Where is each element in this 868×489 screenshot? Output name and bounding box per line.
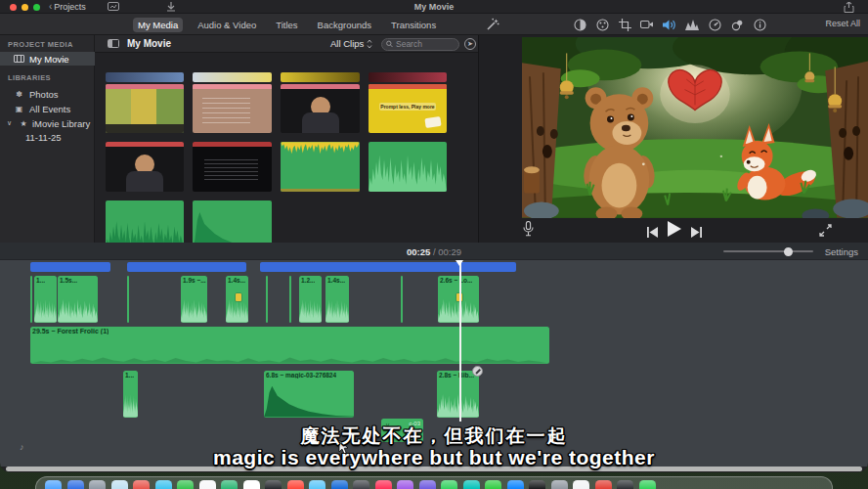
video-clip-thumbnail[interactable] (193, 84, 272, 133)
dock-icon[interactable] (111, 480, 128, 489)
reset-all-button[interactable]: Reset All (825, 19, 860, 28)
dock-icon[interactable] (551, 480, 568, 489)
muted-badge-icon[interactable] (472, 366, 483, 377)
stabilization-icon[interactable] (640, 18, 654, 31)
tab-backgrounds[interactable]: Backgrounds (313, 18, 376, 32)
audio-clip[interactable]: 2.6s ~ Lo... (438, 276, 479, 323)
content-nav-arrow-icon[interactable]: ➤ (464, 38, 476, 50)
dock-icon[interactable] (397, 480, 413, 489)
promo-thumbnail-text: Prompt less, Play more (379, 103, 436, 111)
browser-title: My Movie (127, 38, 171, 49)
dock-icon[interactable] (529, 480, 545, 489)
preview-video-frame[interactable] (522, 37, 868, 218)
sidebar-item-all-events[interactable]: ▣ All Events (0, 102, 95, 115)
audio-clip-thumbnail[interactable] (106, 200, 184, 243)
sound-effect-clip[interactable]: 2.8s ~ Bib... (437, 371, 479, 418)
slider-thumb[interactable] (784, 247, 793, 256)
dock-icon[interactable] (375, 480, 392, 489)
dock-icon[interactable] (243, 480, 260, 489)
clip-thumbnail-partial[interactable] (193, 72, 272, 82)
search-input[interactable] (396, 39, 455, 49)
dock-icon[interactable] (573, 480, 589, 489)
dock-icon[interactable] (67, 480, 84, 489)
sidebar-toggle-icon[interactable] (108, 39, 119, 48)
dock-icon[interactable] (463, 480, 480, 489)
noise-reduction-icon[interactable] (685, 18, 699, 31)
background-music-clip[interactable]: 29.5s ~ Forest Frolic (1) (30, 327, 549, 364)
audio-clip[interactable]: 1... (34, 276, 57, 323)
color-palette-icon[interactable] (595, 18, 609, 31)
audio-clip[interactable]: 1.9s ~... (181, 276, 207, 323)
sidebar-item-photos[interactable]: ✽ Photos (0, 87, 95, 101)
dock-icon[interactable] (595, 480, 612, 489)
dock-icon[interactable] (419, 480, 436, 489)
effects-icon[interactable] (730, 18, 744, 31)
chevron-down-icon[interactable]: ∨ (4, 119, 15, 127)
audio-clip[interactable]: 1.2... (299, 276, 322, 323)
timeline-zoom-slider[interactable] (723, 250, 813, 252)
dock-icon[interactable] (287, 480, 304, 489)
tab-titles[interactable]: Titles (271, 18, 302, 32)
title-bar-clip[interactable] (260, 262, 516, 272)
sidebar-item-event-11-11-25[interactable]: 11-11-25 (0, 130, 95, 144)
sound-effect-clip[interactable]: 1... (123, 371, 138, 418)
tab-audio-video[interactable]: Audio & Video (193, 18, 261, 32)
tab-my-media[interactable]: My Media (133, 18, 183, 32)
dock-icon[interactable] (353, 480, 369, 489)
title-bar-clip[interactable] (127, 262, 246, 272)
tab-transitions[interactable]: Transitions (386, 18, 441, 32)
dock-icon[interactable] (133, 480, 150, 489)
dock-icon[interactable] (177, 480, 194, 489)
audio-clip[interactable]: 1.4s... (326, 276, 349, 323)
dock-icon[interactable] (617, 480, 633, 489)
audio-clip[interactable]: 1.4s... (226, 276, 248, 323)
clip-label: 2.8s ~ Bib... (439, 372, 474, 378)
crop-icon[interactable] (618, 18, 631, 31)
clip-thumbnail-partial[interactable] (369, 72, 447, 82)
dock-icon[interactable] (485, 480, 501, 489)
dock-icon[interactable] (441, 480, 457, 489)
dock-icon[interactable] (221, 480, 238, 489)
viewer-transport (479, 219, 868, 243)
dock-icon[interactable] (45, 480, 62, 489)
skip-forward-icon[interactable] (691, 224, 702, 242)
video-clip-thumbnail[interactable] (281, 84, 360, 133)
sidebar-item-imovie-library[interactable]: ∨ ★ iMovie Library (0, 116, 95, 130)
dock-icon[interactable] (265, 480, 282, 489)
play-button[interactable] (668, 221, 681, 241)
skip-back-icon[interactable] (647, 224, 658, 242)
audio-clip-thumbnail[interactable] (281, 142, 360, 192)
dock-icon[interactable] (155, 480, 172, 489)
sound-effect-clip[interactable]: 6.8s ~ magic-03-276824 (264, 371, 354, 418)
color-balance-icon[interactable] (573, 18, 586, 31)
fullscreen-icon[interactable] (819, 223, 832, 241)
dock-icon[interactable] (89, 480, 106, 489)
volume-icon[interactable] (663, 18, 676, 31)
clip-thumbnail-partial[interactable] (106, 72, 184, 82)
video-clip-thumbnail[interactable]: Prompt less, Play more (369, 84, 447, 133)
audio-clip-thumbnail[interactable] (193, 200, 272, 243)
sidebar-item-my-movie[interactable]: My Movie (0, 52, 95, 66)
timeline-settings-button[interactable]: Settings (825, 246, 858, 257)
clip-label: 1.9s ~... (183, 277, 206, 284)
video-clip-thumbnail[interactable] (106, 142, 184, 192)
dock-icon[interactable] (639, 480, 656, 489)
voiceover-mic-icon[interactable] (523, 221, 534, 241)
clip-filter-dropdown[interactable]: All Clips (330, 38, 372, 49)
audio-clip[interactable]: 1.5s... (58, 276, 98, 323)
title-bar-clip[interactable] (30, 262, 110, 272)
dock-icon[interactable] (199, 480, 216, 489)
clip-thumbnail-partial[interactable] (281, 72, 360, 82)
info-icon[interactable] (753, 18, 766, 31)
dock-icon[interactable] (331, 480, 348, 489)
audio-clip-thumbnail[interactable] (369, 142, 447, 192)
video-clip-thumbnail[interactable] (106, 84, 184, 133)
share-icon[interactable] (844, 2, 856, 12)
speed-icon[interactable] (708, 18, 721, 31)
magic-wand-icon[interactable] (486, 18, 499, 35)
search-field[interactable] (381, 38, 459, 51)
dock-icon[interactable] (309, 480, 326, 489)
playhead[interactable] (459, 260, 461, 422)
video-clip-thumbnail[interactable] (193, 142, 272, 192)
dock-icon[interactable] (507, 480, 524, 489)
